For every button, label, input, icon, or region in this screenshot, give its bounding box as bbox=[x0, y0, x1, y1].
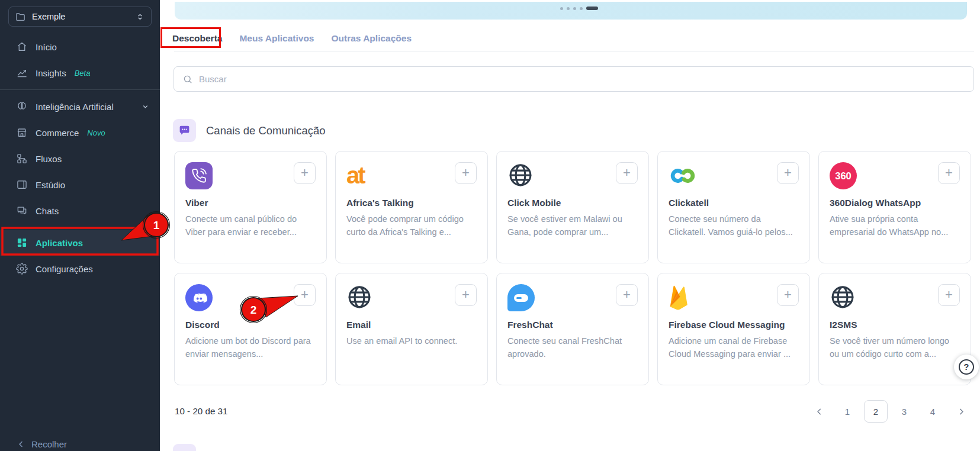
add-app-button[interactable]: + bbox=[938, 284, 960, 306]
app-name: Click Mobile bbox=[507, 198, 638, 208]
sidebar-item[interactable]: Aplicativos bbox=[0, 230, 160, 256]
app-card: 360 + 360Dialog WhatsApp Ative sua própr… bbox=[818, 151, 971, 263]
add-app-button[interactable]: + bbox=[294, 162, 316, 184]
search-input[interactable] bbox=[199, 74, 965, 84]
tabs-underline bbox=[174, 51, 974, 51]
unfold-more-icon bbox=[135, 12, 145, 22]
studio-icon bbox=[16, 179, 28, 191]
app-card: + I2SMS Se você tiver um número longo ou… bbox=[818, 273, 971, 385]
app-description: Ative sua própria conta empresarial do W… bbox=[830, 212, 961, 239]
tabs: Descoberta Meus Aplicativos Outras Aplic… bbox=[172, 30, 412, 47]
app-description: Você pode comprar um código curto da Afr… bbox=[346, 212, 478, 239]
app-name: Discord bbox=[185, 320, 316, 330]
chevron-down-icon[interactable] bbox=[140, 102, 150, 112]
chats-icon bbox=[16, 205, 28, 217]
clickatell-logo bbox=[669, 167, 698, 185]
sidebar-item[interactable]: Início bbox=[0, 34, 160, 60]
sidebar-item-label: Estúdio bbox=[36, 180, 65, 190]
sidebar-item[interactable]: Inteligência Artificial bbox=[0, 94, 160, 120]
tab[interactable]: Meus Aplicativos bbox=[239, 30, 314, 47]
sidebar-item-label: Chats bbox=[36, 206, 59, 216]
apps-grid: + Viber Conecte um canal público do Vibe… bbox=[174, 151, 971, 385]
folder-icon bbox=[15, 11, 26, 22]
app-description: Conecte um canal público do Viber para e… bbox=[185, 212, 317, 239]
sidebar-item-icon bbox=[16, 205, 28, 217]
sidebar-item-label: Inteligência Artificial bbox=[36, 102, 114, 112]
sidebar-item-icon bbox=[16, 179, 28, 191]
freshchat-logo bbox=[507, 284, 535, 311]
page-number[interactable]: 4 bbox=[921, 400, 944, 423]
globe-logo bbox=[830, 284, 856, 310]
sidebar-item[interactable]: Estúdio bbox=[0, 172, 160, 198]
promo-banner[interactable] bbox=[175, 2, 967, 20]
tab[interactable]: Outras Aplicações bbox=[330, 30, 412, 47]
add-app-button[interactable]: + bbox=[616, 284, 638, 306]
sidebar-item-icon bbox=[16, 237, 28, 249]
sidebar-item[interactable]: Fluxos bbox=[0, 146, 160, 172]
add-app-button[interactable]: + bbox=[616, 162, 638, 184]
carousel-dots bbox=[560, 7, 598, 10]
sidebar-collapse-button[interactable]: Recolher bbox=[17, 439, 67, 449]
previous-page-icon[interactable] bbox=[807, 400, 831, 423]
page-number[interactable]: 2 bbox=[864, 400, 888, 423]
sidebar-item[interactable]: Commerce Novo bbox=[0, 120, 160, 146]
app-name: Africa's Talking bbox=[346, 198, 477, 208]
next-page-icon[interactable] bbox=[949, 400, 973, 423]
sidebar-item-label: Commerce bbox=[36, 128, 79, 138]
carousel-dot[interactable] bbox=[573, 7, 576, 10]
carousel-dot[interactable] bbox=[560, 7, 563, 10]
app-description: Adicione um canal de Firebase Cloud Mess… bbox=[669, 334, 800, 360]
sidebar-item-icon bbox=[16, 127, 28, 138]
viber-logo bbox=[185, 162, 213, 189]
app-description: Conecte seu canal FreshChat aprovado. bbox=[507, 334, 639, 360]
sidebar-item-label: Fluxos bbox=[36, 154, 62, 164]
sidebar-item-label: Aplicativos bbox=[36, 238, 83, 248]
next-section-icon bbox=[173, 444, 196, 451]
pagination-range: 10 - 20 de 31 bbox=[175, 406, 228, 416]
sidebar: Exemple Início bbox=[0, 0, 160, 451]
tab[interactable]: Descoberta bbox=[172, 30, 223, 47]
app-name: Viber bbox=[185, 198, 316, 208]
main-content: Descoberta Meus Aplicativos Outras Aplic… bbox=[160, 0, 980, 451]
globe-logo bbox=[346, 284, 372, 310]
sidebar-item[interactable]: Chats bbox=[0, 198, 160, 224]
badge: Novo bbox=[87, 128, 105, 137]
app-name: Firebase Cloud Messaging bbox=[669, 320, 799, 330]
add-app-button[interactable]: + bbox=[455, 284, 477, 306]
add-app-button[interactable]: + bbox=[777, 284, 799, 306]
workspace-selector[interactable]: Exemple bbox=[8, 7, 152, 27]
section-title: Canais de Comunicação bbox=[206, 124, 326, 137]
flows-icon bbox=[16, 153, 28, 165]
globe-logo bbox=[507, 162, 534, 188]
add-app-button[interactable]: + bbox=[455, 162, 477, 184]
add-app-button[interactable]: + bbox=[294, 284, 316, 306]
sidebar-item-label: Insights bbox=[36, 68, 66, 78]
pagination: 1 2 3 4 bbox=[807, 400, 973, 423]
page-number[interactable]: 3 bbox=[892, 400, 916, 423]
sidebar-item-label: Configurações bbox=[36, 264, 93, 274]
add-app-button[interactable]: + bbox=[777, 162, 799, 184]
carousel-dot[interactable] bbox=[580, 7, 583, 10]
carousel-dot[interactable] bbox=[586, 7, 598, 10]
app-description: Se você estiver em Malawi ou Gana, pode … bbox=[507, 212, 639, 239]
help-button[interactable]: ? bbox=[954, 355, 979, 379]
workspace-name: Exemple bbox=[32, 12, 65, 21]
sidebar-item[interactable]: Configurações bbox=[0, 256, 160, 282]
collapse-label: Recolher bbox=[31, 439, 67, 449]
add-app-button[interactable]: + bbox=[938, 162, 960, 184]
app-card: + FreshChat Conecte seu canal FreshChat … bbox=[496, 273, 649, 385]
carousel-dot[interactable] bbox=[567, 7, 570, 10]
insights-icon bbox=[16, 67, 28, 79]
page-number[interactable]: 1 bbox=[836, 400, 859, 423]
badge: Beta bbox=[75, 69, 91, 78]
app-name: FreshChat bbox=[507, 320, 638, 330]
sidebar-item[interactable]: Insights Beta bbox=[0, 60, 160, 86]
sidebar-item-icon bbox=[16, 67, 28, 79]
app-name: 360Dialog WhatsApp bbox=[830, 198, 960, 208]
search-icon bbox=[182, 74, 193, 85]
brain-icon bbox=[16, 101, 28, 112]
app-description: Conecte seu número da Clickatell. Vamos … bbox=[669, 212, 800, 239]
storefront-icon bbox=[16, 127, 28, 138]
gear-icon bbox=[16, 263, 28, 275]
app-card: + Firebase Cloud Messaging Adicione um c… bbox=[657, 273, 810, 385]
